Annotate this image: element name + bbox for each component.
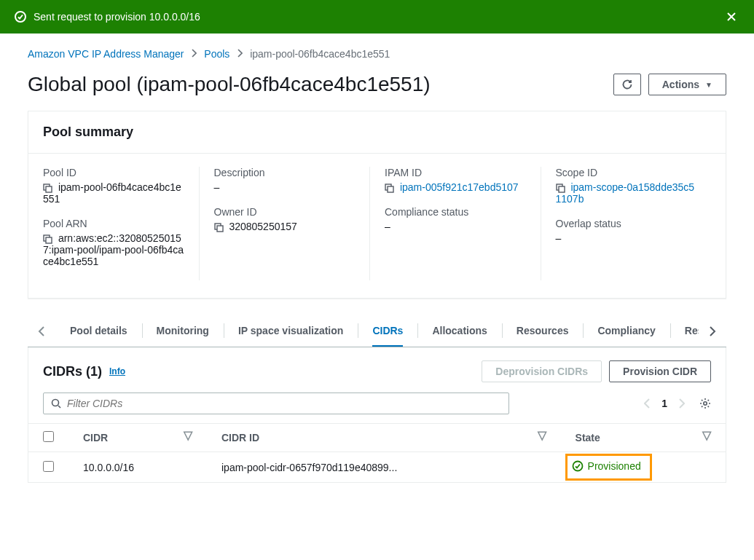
breadcrumb: Amazon VPC IP Address Manager Pools ipam… [28,48,726,60]
banner-message: Sent request to provision 10.0.0.0/16 [34,11,723,23]
select-all-header[interactable] [28,424,68,452]
svg-rect-8 [388,186,393,192]
page-prev [637,394,657,413]
caret-down-icon: ▼ [705,81,712,89]
chevron-right-icon [191,49,197,58]
tab-cidrs[interactable]: CIDRs [372,316,403,347]
select-all-checkbox[interactable] [43,431,54,442]
svg-rect-4 [46,237,52,243]
highlight-box: Provisioned [565,454,652,481]
tabs-scroll-right[interactable] [699,318,726,344]
filter-input-container[interactable] [43,393,509,414]
overlap-label: Overlap status [556,218,697,229]
deprovision-button: Deprovision CIDRs [482,360,602,382]
pool-id-label: Pool ID [43,167,184,178]
col-cidr[interactable]: CIDR▽ [68,424,207,452]
tab-overflow[interactable]: Reso [685,316,699,347]
tab-ip-space[interactable]: IP space visualization [238,316,343,347]
description-label: Description [214,167,356,178]
search-icon [51,398,61,409]
breadcrumb-pools[interactable]: Pools [204,48,229,60]
paginator: 1 [637,394,711,413]
sort-icon: ▽ [184,432,192,439]
tab-resources[interactable]: Resources [517,316,569,347]
actions-button[interactable]: Actions ▼ [648,74,726,95]
refresh-button[interactable] [613,74,641,95]
actions-label: Actions [662,79,699,90]
panel-title: Pool summary [28,111,726,154]
row-checkbox[interactable] [43,461,54,472]
success-check-icon [15,11,26,23]
provision-button[interactable]: Provision CIDR [609,360,711,382]
pool-arn-value: arn:aws:ec2::320805250157:ipam-pool/ipam… [43,232,184,267]
scope-id-value[interactable]: ipam-scope-0a158dde35c51107b [556,181,697,205]
page-number: 1 [657,398,672,409]
svg-point-12 [704,402,707,405]
tab-allocations[interactable]: Allocations [432,316,487,347]
scope-id-label: Scope ID [556,167,697,178]
col-state[interactable]: State▽ [561,424,726,452]
filter-input[interactable] [67,398,501,409]
copy-icon[interactable] [556,184,565,193]
close-icon[interactable] [723,9,739,25]
info-link[interactable]: Info [109,366,125,376]
svg-rect-10 [559,186,565,192]
tab-monitoring[interactable]: Monitoring [157,316,209,347]
tab-compliancy[interactable]: Compliancy [597,316,655,347]
copy-icon[interactable] [43,184,52,193]
owner-id-value: 320805250157 [214,221,356,232]
cell-state: Provisioned [561,452,726,483]
sort-icon: ▽ [702,432,711,439]
cidrs-title: CIDRs (1) [43,364,102,379]
svg-rect-2 [46,186,52,192]
cidrs-panel: CIDRs (1) Info Deprovision CIDRs Provisi… [28,347,726,483]
page-title: Global pool (ipam-pool-06fb4cace4bc1e551… [28,73,613,96]
pool-summary-panel: Pool summary Pool ID ipam-pool-06fb4cace… [28,111,726,299]
sort-icon: ▽ [538,432,546,439]
tabs-scroll-left[interactable] [28,318,55,344]
refresh-icon [621,79,633,90]
cell-cidr-id: ipam-pool-cidr-0657f970d119e40899... [207,452,561,483]
cidrs-table: CIDR▽ CIDR ID▽ State▽ 10.0.0.0/16 ipam-p… [28,423,726,482]
overlap-value: – [556,232,697,244]
col-cidr-id[interactable]: CIDR ID▽ [207,424,561,452]
state-badge: Provisioned [572,460,641,472]
compliance-label: Compliance status [385,206,526,218]
ipam-id-label: IPAM ID [385,167,526,178]
pool-id-value: ipam-pool-06fb4cace4bc1e551 [43,181,184,205]
cell-cidr: 10.0.0.0/16 [68,452,207,483]
compliance-value: – [385,221,526,232]
ipam-id-value[interactable]: ipam-005f921c17ebd5107 [385,181,526,193]
breadcrumb-root[interactable]: Amazon VPC IP Address Manager [28,48,184,60]
svg-rect-6 [217,226,223,232]
owner-id-label: Owner ID [214,206,356,218]
copy-icon[interactable] [43,234,52,244]
copy-icon[interactable] [385,184,394,193]
settings-icon[interactable] [699,398,711,409]
success-banner: Sent request to provision 10.0.0.0/16 [0,0,754,33]
tab-pool-details[interactable]: Pool details [70,316,127,347]
tabs-container: Pool details Monitoring IP space visuali… [28,316,726,347]
copy-icon[interactable] [214,223,224,232]
pool-arn-label: Pool ARN [43,218,184,229]
breadcrumb-current: ipam-pool-06fb4cace4bc1e551 [250,48,390,60]
svg-point-11 [52,400,59,406]
page-next [672,394,692,413]
chevron-right-icon [237,49,243,58]
description-value: – [214,181,356,193]
status-check-icon [572,460,584,472]
table-row[interactable]: 10.0.0.0/16 ipam-pool-cidr-0657f970d119e… [28,452,726,483]
